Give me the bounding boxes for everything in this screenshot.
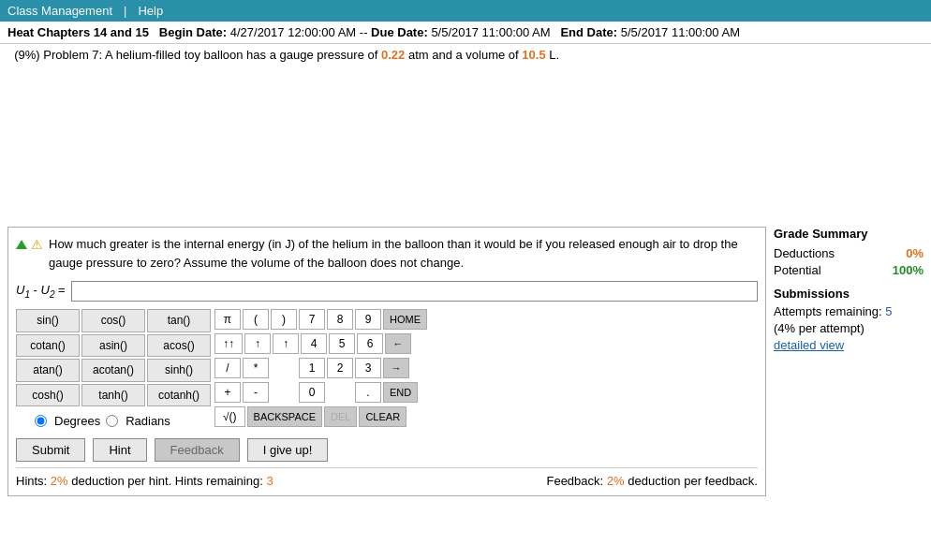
calc-row-2: ↑↑ ↑ ↑ 4 5 6 ← — [214, 333, 427, 354]
attempts-label: Attempts remaining: — [774, 304, 882, 318]
answer-row: U1 - U2 = — [16, 281, 758, 302]
calc-functions: sin() cos() tan() cotan() asin() acos() … — [16, 309, 211, 429]
acotan-btn[interactable]: acotan() — [81, 359, 145, 382]
feedback-button[interactable]: Feedback — [155, 438, 240, 462]
num-4-btn[interactable]: 4 — [301, 333, 327, 354]
problem-value-1: 0.22 — [381, 48, 405, 62]
grade-summary-title: Grade Summary — [774, 227, 924, 241]
attempts-value: 5 — [885, 304, 892, 318]
calculator: sin() cos() tan() cotan() asin() acos() … — [16, 309, 758, 429]
warning-icon: ⚠ — [31, 237, 43, 252]
close-paren-btn[interactable]: ) — [271, 309, 297, 330]
num-8-btn[interactable]: 8 — [327, 309, 353, 330]
pi-btn[interactable]: π — [214, 309, 241, 330]
num-0-btn[interactable]: 0 — [299, 382, 325, 403]
end-btn[interactable]: END — [383, 382, 418, 403]
acos-btn[interactable]: acos() — [147, 334, 211, 358]
atan-btn[interactable]: atan() — [16, 359, 80, 382]
num-6-btn[interactable]: 6 — [357, 333, 383, 354]
question-text: How much greater is the internal energy … — [49, 235, 758, 272]
hints-middle: deduction per hint. Hints remaining: — [71, 474, 263, 488]
end-date: 5/5/2017 11:00:00 AM — [621, 25, 740, 39]
hints-prefix: Hints: — [16, 474, 47, 488]
tanh-btn[interactable]: tanh() — [81, 384, 145, 407]
plus-btn[interactable]: + — [214, 382, 241, 403]
blank-space — [0, 69, 931, 219]
detailed-view-link[interactable]: detailed view — [774, 338, 844, 352]
calc-row-3: / * 1 2 3 → — [214, 358, 427, 378]
header-info: Heat Chapters 14 and 15 Begin Date: 4/27… — [0, 22, 931, 44]
question-icons: ⚠ — [16, 237, 43, 252]
num-2-btn[interactable]: 2 — [327, 358, 353, 378]
top-nav: Class Management | Help — [0, 0, 931, 22]
slash-btn[interactable]: / — [214, 358, 241, 378]
radians-radio[interactable] — [106, 415, 118, 427]
submissions-section: Submissions Attempts remaining: 5 (4% pe… — [774, 287, 924, 352]
deductions-label: Deductions — [774, 246, 835, 260]
potential-row: Potential 100% — [774, 263, 924, 277]
hints-text: Hints: 2% deduction per hint. Hints rema… — [16, 474, 273, 488]
hints-feedback-row: Hints: 2% deduction per hint. Hints rema… — [16, 467, 758, 488]
assignment-title: Heat Chapters 14 and 15 — [7, 25, 149, 39]
up-btn[interactable]: ↑ — [244, 333, 271, 354]
submissions-title: Submissions — [774, 287, 924, 301]
per-attempt-line: (4% per attempt) — [774, 321, 924, 335]
triangle-icon — [16, 240, 27, 249]
open-paren-btn[interactable]: ( — [243, 309, 269, 330]
left-arrow-btn[interactable]: ← — [385, 333, 411, 354]
problem-statement: (9%) Problem 7: A helium-filled toy ball… — [0, 44, 931, 69]
problem-text-3: L. — [549, 48, 559, 62]
sin-btn[interactable]: sin() — [16, 309, 80, 332]
dot-btn[interactable]: . — [355, 382, 381, 403]
submit-button[interactable]: Submit — [16, 438, 85, 462]
detailed-view-link-container[interactable]: detailed view — [774, 338, 924, 352]
cos-btn[interactable]: cos() — [81, 309, 145, 332]
num-3-btn[interactable]: 3 — [355, 358, 381, 378]
problem-text-1: A helium-filled toy balloon has a gauge … — [105, 48, 377, 62]
feedback-prefix: Feedback: — [546, 474, 603, 488]
cosh-btn[interactable]: cosh() — [16, 384, 80, 407]
begin-date: 4/27/2017 12:00:00 AM — [230, 25, 356, 39]
feedback-text: Feedback: 2% deduction per feedback. — [546, 474, 758, 488]
num-5-btn[interactable]: 5 — [329, 333, 355, 354]
num-7-btn[interactable]: 7 — [299, 309, 325, 330]
deductions-row: Deductions 0% — [774, 246, 924, 260]
calc-numpad-area: π ( ) 7 8 9 HOME ↑↑ ↑ ↑ 4 5 6 ← — [214, 309, 427, 429]
num-1-btn[interactable]: 1 — [299, 358, 325, 378]
hint-button[interactable]: Hint — [93, 438, 146, 462]
clear-btn[interactable]: CLEAR — [359, 406, 406, 427]
cotan-btn[interactable]: cotan() — [16, 334, 80, 358]
cotanh-btn[interactable]: cotanh() — [147, 384, 211, 407]
deductions-value: 0% — [906, 246, 924, 260]
up-btn2[interactable]: ↑ — [273, 333, 299, 354]
up-up-btn[interactable]: ↑↑ — [214, 333, 243, 354]
potential-label: Potential — [774, 263, 821, 277]
give-up-button[interactable]: I give up! — [247, 438, 329, 462]
del-btn[interactable]: DEL — [324, 406, 357, 427]
end-label: End Date: — [560, 25, 617, 39]
class-management-link[interactable]: Class Management — [7, 4, 112, 18]
due-date: 5/5/2017 11:00:00 AM — [431, 25, 550, 39]
potential-value: 100% — [893, 263, 924, 277]
asin-btn[interactable]: asin() — [81, 334, 145, 358]
feedback-deduction: 2% — [607, 474, 625, 488]
minus-btn[interactable]: - — [243, 382, 269, 403]
problem-text-2: atm and a volume of — [408, 48, 519, 62]
calc-row-1: π ( ) 7 8 9 HOME — [214, 309, 427, 330]
backspace-btn[interactable]: BACKSPACE — [247, 406, 322, 427]
answer-input[interactable] — [71, 281, 758, 302]
sqrt-btn[interactable]: √() — [214, 406, 245, 427]
radians-label[interactable]: Radians — [126, 414, 170, 428]
hints-deduction: 2% — [51, 474, 68, 488]
asterisk-btn[interactable]: * — [243, 358, 269, 378]
sinh-btn[interactable]: sinh() — [147, 359, 211, 382]
num-9-btn[interactable]: 9 — [355, 309, 381, 330]
right-arrow-btn[interactable]: → — [383, 358, 409, 378]
degrees-label[interactable]: Degrees — [54, 414, 100, 428]
feedback-suffix: deduction per feedback. — [628, 474, 758, 488]
home-btn[interactable]: HOME — [383, 309, 427, 330]
attempts-line: Attempts remaining: 5 — [774, 304, 924, 318]
tan-btn[interactable]: tan() — [147, 309, 211, 332]
help-link[interactable]: Help — [138, 4, 163, 18]
degrees-radio[interactable] — [35, 415, 47, 427]
